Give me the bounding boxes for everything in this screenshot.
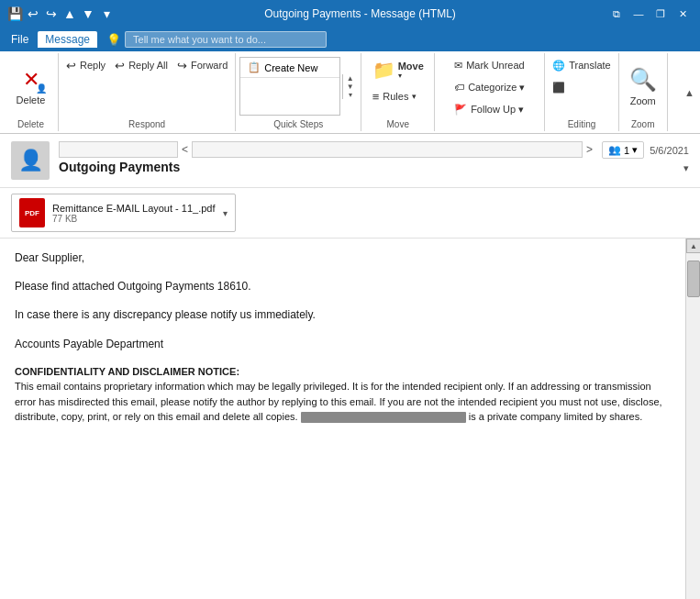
message-subject: Outgoing Payments [59,160,593,174]
mark-unread-icon: ✉ [454,60,462,72]
close-button[interactable]: ✕ [672,4,693,24]
rules-button[interactable]: ≡ Rules ▾ [369,86,421,106]
delete-icon-container: ✕ 👤 [23,68,39,92]
message-header-info: < > Outgoing Payments [59,141,593,174]
attachment-name: Remittance E-MAIL Layout - 11_.pdf [52,203,216,214]
header-right-top: 👥 1 ▾ 5/6/2021 [602,141,689,159]
zoom-button[interactable]: 🔍 Zoom [623,55,663,117]
followup-icon: 🚩 [454,104,467,116]
ribbon: ✕ 👤 Delete Delete ↩ Reply ↩ Reply All [0,51,700,134]
message-body: Dear Supplier, Please find attached Outg… [0,238,685,599]
translate-label: Translate [569,60,610,71]
message-header-right: 👥 1 ▾ 5/6/2021 ▾ [602,141,689,174]
delete-button[interactable]: ✕ 👤 Delete [11,55,51,117]
createnew-icon: 📋 [248,61,261,73]
createnew-label: Create New [264,62,317,73]
minimize-button[interactable]: — [628,4,649,24]
qs-up-arrow[interactable]: ▲ [343,74,357,83]
forward-icon: ↪ [177,59,187,72]
move-label: Move [398,61,424,72]
body-paragraph3: Accounts Payable Department [15,336,671,353]
zoom-group: 🔍 Zoom Zoom [619,53,668,131]
zoom-group-label: Zoom [623,119,663,129]
ribbon-content: ✕ 👤 Delete Delete ↩ Reply ↩ Reply All [0,51,700,133]
restore-small-icon[interactable]: ⧉ [606,4,627,24]
from-input[interactable] [59,141,178,158]
restore-button[interactable]: ❐ [650,4,671,24]
redo-icon[interactable]: ↪ [44,6,59,21]
people-count-button[interactable]: 👥 1 ▾ [602,141,644,159]
menu-file[interactable]: File [4,31,36,48]
forward-label: Forward [191,60,228,71]
move-button[interactable]: 📁 Move ▾ [369,55,428,84]
scroll-up-button[interactable]: ▲ [686,238,700,253]
from-row: < > [59,141,593,158]
upload-icon[interactable]: ▲ [62,6,77,21]
respond-group-content: ↩ Reply ↩ Reply All ↪ Forward [62,55,231,117]
reply-icon: ↩ [66,59,76,72]
menu-bar: File Message 💡 [0,28,700,51]
search-bar: 💡 [106,31,689,48]
scroll-thumb[interactable] [687,261,700,297]
quicksteps-list: 📋 Create New [239,57,340,116]
quicksteps-content: 📋 Create New ▲ ▼ ▾ [239,55,357,117]
to-input[interactable] [192,141,583,158]
translate-button[interactable]: 🌐 Translate [549,55,614,75]
forward-button[interactable]: ↪ Forward [173,55,231,75]
save-icon[interactable]: 💾 [7,6,22,21]
attachment-dropdown-icon[interactable]: ▾ [223,208,228,218]
select-icon: ⬛ [552,82,565,94]
ribbon-collapse-button[interactable]: ▲ [683,53,696,131]
delete-label: Delete [17,94,46,105]
attachment-size: 77 KB [52,214,216,224]
select-button[interactable]: ⬛ [549,77,614,97]
quicksteps-item-createnew[interactable]: 📋 Create New [240,58,339,78]
avatar-person-icon: 👤 [18,149,43,172]
expand-button[interactable]: ▾ [683,162,689,174]
qs-expand-arrow[interactable]: ▾ [343,91,357,99]
tags-group: ✉ Mark Unread 🏷 Categorize ▾ 🚩 Follow Up… [435,53,545,131]
body-paragraph2: In case there is any discrepancy please … [15,306,671,324]
scroll-track[interactable] [686,253,700,599]
menu-message[interactable]: Message [38,31,97,48]
move-group-label: Move [365,119,430,129]
mark-unread-label: Mark Unread [466,60,525,71]
redacted-company-name [301,412,466,423]
categorize-label: Categorize ▾ [468,82,525,94]
categorize-icon: 🏷 [454,82,464,93]
vertical-scrollbar[interactable]: ▲ ▼ [685,238,700,599]
customize-icon[interactable]: ▾ [99,6,114,21]
download-icon[interactable]: ▼ [81,6,95,21]
quicksteps-scrollbar: ▲ ▼ ▾ [342,74,357,99]
qs-down-arrow[interactable]: ▼ [343,83,357,91]
move-group: 📁 Move ▾ ≡ Rules ▾ Move [361,53,435,131]
main-area: 👤 < > Outgoing Payments 👥 1 ▾ 5/6/2021 ▾ [0,134,700,599]
editing-group-label: Editing [549,119,614,129]
quicksteps-group-label: Quick Steps [239,119,357,129]
disclaimer: CONFIDENTIALITY AND DISCLAIMER NOTICE: T… [15,364,671,425]
attachment-item[interactable]: PDF Remittance E-MAIL Layout - 11_.pdf 7… [11,194,236,232]
attachment-info: Remittance E-MAIL Layout - 11_.pdf 77 KB [52,203,216,224]
rules-label: Rules [383,91,408,102]
respond-group-label: Respond [62,119,231,129]
followup-label: Follow Up ▾ [471,104,524,116]
categorize-button[interactable]: 🏷 Categorize ▾ [450,77,528,97]
zoom-icon: 🔍 [629,67,657,93]
search-input[interactable] [125,31,327,48]
quicksteps-group: 📋 Create New ▲ ▼ ▾ Quick Steps [236,53,361,131]
zoom-group-content: 🔍 Zoom [623,55,663,117]
mark-unread-button[interactable]: ✉ Mark Unread [450,55,528,75]
reply-button[interactable]: ↩ Reply [62,55,109,75]
rules-icon: ≡ [372,90,380,104]
pdf-icon: PDF [19,198,45,227]
followup-button[interactable]: 🚩 Follow Up ▾ [450,99,528,119]
message-date: 5/6/2021 [650,145,689,156]
people-icon: 👥 [608,144,621,156]
respond-group: ↩ Reply ↩ Reply All ↪ Forward Respond [59,53,236,131]
message-body-container: Dear Supplier, Please find attached Outg… [0,238,700,599]
delete-group-content: ✕ 👤 Delete [11,55,51,117]
rules-dropdown-icon: ▾ [412,92,417,101]
reply-all-button[interactable]: ↩ Reply All [111,55,172,75]
title-bar: 💾 ↩ ↪ ▲ ▼ ▾ Outgoing Payments - Message … [0,0,700,28]
undo-icon[interactable]: ↩ [26,6,40,21]
